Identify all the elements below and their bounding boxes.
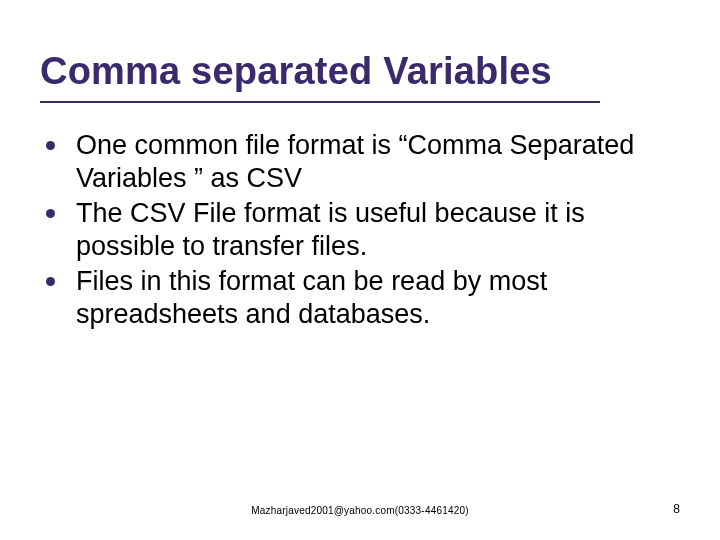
bullet-text: Files in this format can be read by most…	[76, 266, 547, 329]
footer-contact: Mazharjaved2001@yahoo.com(0333-4461420)	[0, 505, 720, 516]
bullet-text: The CSV File format is useful because it…	[76, 198, 585, 261]
bullet-icon	[46, 209, 55, 218]
title-underline	[40, 101, 600, 103]
list-item: One common file format is “Comma Separat…	[40, 129, 680, 195]
list-item: The CSV File format is useful because it…	[40, 197, 680, 263]
slide-title: Comma separated Variables	[40, 50, 680, 93]
bullet-text: One common file format is “Comma Separat…	[76, 130, 634, 193]
slide: Comma separated Variables One common fil…	[0, 0, 720, 540]
bullet-icon	[46, 141, 55, 150]
bullet-icon	[46, 277, 55, 286]
bullet-list: One common file format is “Comma Separat…	[40, 129, 680, 331]
page-number: 8	[673, 502, 680, 516]
list-item: Files in this format can be read by most…	[40, 265, 680, 331]
